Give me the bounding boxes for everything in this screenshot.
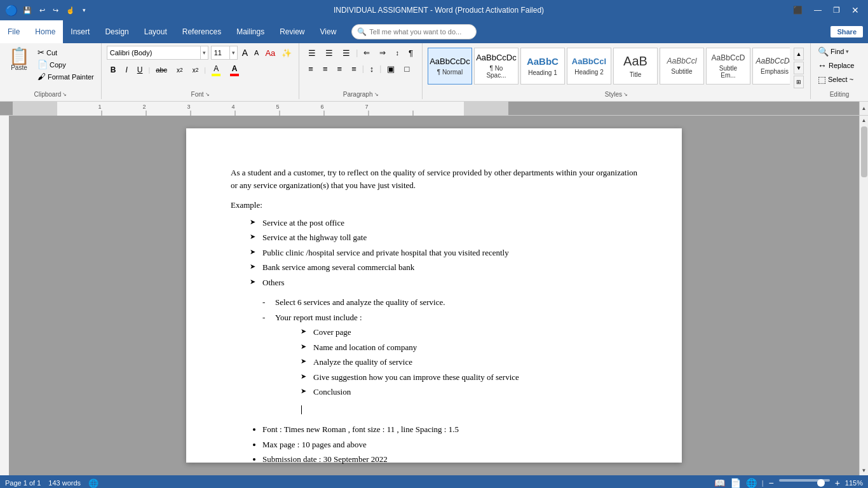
save-button[interactable]: 💾 [20, 5, 34, 16]
style-emph-label: Emphasis [761, 68, 789, 75]
decrease-indent-button[interactable]: ⇐ [360, 46, 374, 60]
minimize-button[interactable]: — [810, 4, 825, 16]
menu-file[interactable]: File [0, 20, 27, 43]
copy-button[interactable]: 📄 Copy [36, 59, 96, 70]
print-layout-icon[interactable]: 📄 [730, 478, 741, 488]
align-left-button[interactable]: ≡ [304, 62, 317, 76]
menu-mailings[interactable]: Mailings [229, 20, 272, 43]
qat-customize-button[interactable]: ▾ [80, 6, 88, 15]
borders-button[interactable]: □ [400, 62, 413, 76]
zoom-out-button[interactable]: − [768, 478, 773, 488]
text-highlight-button[interactable]: A [208, 63, 224, 77]
share-button[interactable]: Share [831, 26, 863, 37]
style-heading1[interactable]: AaBbC Heading 1 [520, 48, 565, 85]
font-size-select[interactable]: 11 ▾ [211, 46, 238, 60]
find-arrow[interactable]: ▾ [846, 48, 849, 55]
scroll-down-button[interactable]: ▼ [862, 466, 867, 475]
italic-button[interactable]: I [121, 63, 131, 77]
touch-mode-button[interactable]: ☝ [64, 5, 78, 16]
sort-button[interactable]: ↕ [391, 46, 403, 60]
style-title[interactable]: AaB Title [613, 48, 658, 85]
style-no-spacing[interactable]: AaBbCcDc ¶ No Spac... [474, 48, 519, 85]
style-emphasis[interactable]: AaBbCcDc Emphasis [752, 48, 790, 85]
tell-me-input[interactable] [369, 28, 471, 36]
paragraph-group: ☰ ☰ ☰ | ⇐ ⇒ ↕ ¶ ≡ ≡ ≡ ≡ | ↕ | ▣ [299, 43, 423, 99]
show-formatting-button[interactable]: ¶ [405, 46, 417, 60]
paragraph-expand-icon[interactable]: ↘ [374, 92, 379, 97]
vertical-scrollbar[interactable]: ▲ ▼ [859, 116, 868, 475]
increase-indent-button[interactable]: ⇒ [376, 46, 390, 60]
text-effects-button[interactable]: ✨ [280, 46, 294, 60]
close-button[interactable]: ✕ [848, 4, 863, 17]
strikethrough-button[interactable]: abc [152, 63, 171, 77]
document-page[interactable]: As a student and a customer, try to refl… [186, 128, 682, 463]
multilevel-list-button[interactable]: ☰ [339, 46, 354, 60]
scroll-thumb[interactable] [861, 126, 867, 177]
font-color-button[interactable]: A [226, 63, 243, 77]
zoom-slider-container[interactable] [779, 478, 830, 488]
menu-home[interactable]: Home [27, 20, 63, 43]
ribbon-display-button[interactable]: ⬛ [789, 4, 806, 16]
font-size-decrease-button[interactable]: A [252, 46, 261, 60]
zoom-level[interactable]: 115% [845, 479, 863, 487]
style-subtle-em[interactable]: AaBbCcD Subtle Em... [706, 48, 750, 85]
styles-scroll-down[interactable]: ▼ [794, 62, 804, 74]
superscript-button[interactable]: x2 [189, 63, 203, 77]
svg-rect-18 [0, 116, 9, 475]
font-size-increase-button[interactable]: A [240, 46, 250, 60]
menu-view[interactable]: View [313, 20, 344, 43]
menu-review[interactable]: Review [272, 20, 312, 43]
clear-formatting-button[interactable]: Aa [263, 46, 277, 60]
bullet-list: Font : Times new Roman , font size : 11 … [231, 423, 637, 466]
svg-text:3: 3 [187, 104, 190, 110]
underline-button[interactable]: U [133, 63, 147, 77]
format-painter-button[interactable]: 🖌 Format Painter [36, 71, 96, 82]
restore-button[interactable]: ❐ [829, 4, 844, 16]
line-spacing-button[interactable]: ↕ [366, 62, 378, 76]
ruler-scroll-up[interactable]: ▲ [859, 102, 868, 115]
menu-insert[interactable]: Insert [63, 20, 97, 43]
styles-expand-icon[interactable]: ↘ [623, 92, 628, 97]
list-item: Give suggestion how you can improve thes… [301, 371, 637, 384]
undo-button[interactable]: ↩ [37, 5, 48, 16]
read-mode-icon[interactable]: 📖 [714, 478, 725, 488]
bold-button[interactable]: B [107, 63, 120, 77]
web-layout-icon[interactable]: 🌐 [746, 478, 757, 488]
clipboard-expand-icon[interactable]: ↘ [62, 92, 67, 97]
scroll-up-button[interactable]: ▲ [862, 116, 867, 125]
menu-design[interactable]: Design [97, 20, 136, 43]
subscript-button[interactable]: x2 [173, 63, 187, 77]
replace-button[interactable]: ↔ Replace [816, 60, 856, 71]
align-center-button[interactable]: ≡ [319, 62, 332, 76]
shading-button[interactable]: ▣ [383, 62, 398, 76]
clipboard-label: Clipboard ↘ [5, 91, 96, 98]
horizontal-ruler: 1 2 3 4 5 6 7 [13, 102, 508, 116]
justify-button[interactable]: ≡ [348, 62, 360, 76]
find-button[interactable]: 🔍 Find ▾ [816, 46, 851, 57]
style-nospace-preview: AaBbCcDc [476, 53, 517, 62]
font-expand-icon[interactable]: ↘ [205, 92, 210, 97]
style-heading2[interactable]: AaBbCcl Heading 2 [567, 48, 611, 85]
zoom-thumb[interactable] [817, 479, 825, 487]
font-family-select[interactable]: Calibri (Body) ▾ [107, 46, 208, 60]
menu-layout[interactable]: Layout [137, 20, 175, 43]
styles-scroll-up[interactable]: ▲ [794, 48, 804, 60]
paste-button[interactable]: 📋 Paste [5, 46, 33, 73]
cut-button[interactable]: ✂ Cut [36, 47, 96, 58]
tell-me-bar[interactable]: 🔍 [351, 24, 477, 39]
style-normal[interactable]: AaBbCcDc ¶ Normal [428, 48, 472, 85]
menu-references[interactable]: References [175, 20, 229, 43]
font-family-arrow[interactable]: ▾ [200, 46, 208, 59]
select-button[interactable]: ⬚ Select ~ [816, 74, 855, 85]
style-h2-preview: AaBbCcl [572, 57, 606, 66]
styles-expand-button[interactable]: ⊞ [794, 76, 804, 88]
redo-button[interactable]: ↪ [50, 5, 61, 16]
font-size-arrow[interactable]: ▾ [229, 46, 237, 59]
style-subtitle[interactable]: AaBbCcl Subtitle [660, 48, 704, 85]
bullets-button[interactable]: ☰ [304, 46, 320, 60]
language-icon: 🌐 [88, 478, 98, 488]
document-area[interactable]: As a student and a customer, try to refl… [9, 116, 859, 475]
align-right-button[interactable]: ≡ [334, 62, 346, 76]
zoom-in-button[interactable]: + [835, 478, 840, 488]
numbering-button[interactable]: ☰ [322, 46, 337, 60]
